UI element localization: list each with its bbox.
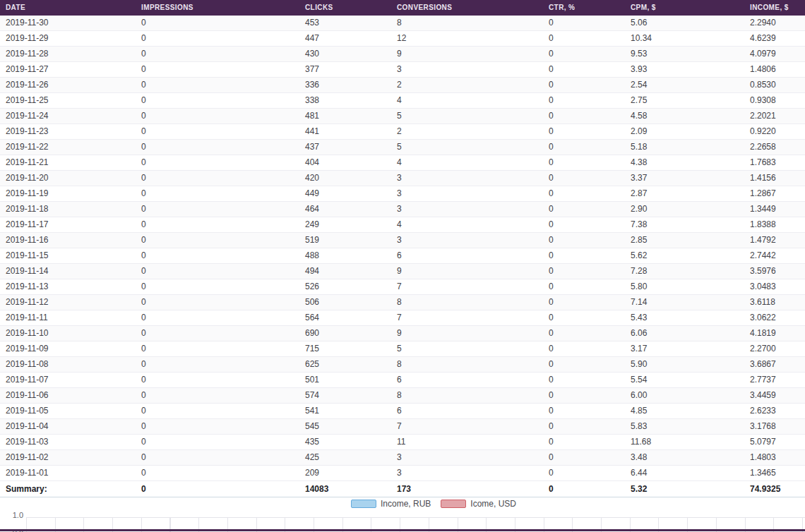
cell-clicks: 690 (299, 326, 391, 341)
cell-clicks: 435 (299, 435, 391, 449)
column-header-clicks[interactable]: CLICKS (299, 0, 391, 16)
cell-date: 2019-11-16 (0, 233, 136, 248)
cell-date: 2019-11-13 (0, 279, 136, 294)
summary-row: Summary:01408317305.3274.9325 (0, 481, 805, 497)
column-header-impressions[interactable]: IMPRESSIONS (136, 0, 299, 16)
cell-impressions: 0 (136, 78, 299, 92)
cell-date: 2019-11-27 (0, 62, 136, 77)
cell-ctr: 0 (543, 171, 625, 186)
cell-ctr: 0 (543, 78, 625, 92)
cell-income: 1.4792 (744, 233, 805, 248)
cell-ctr: 0 (543, 109, 625, 123)
cell-conversions: 8 (391, 388, 543, 403)
table-row: 2019-11-110564705.433.0622 (0, 310, 805, 326)
cell-date: 2019-11-03 (0, 435, 136, 449)
cell-conversions: 5 (391, 109, 543, 123)
cell-conversions: 3 (391, 186, 543, 201)
table-row: 2019-11-240481504.582.2021 (0, 109, 805, 124)
cell-date: 2019-11-26 (0, 78, 136, 92)
cell-cpm: 7.28 (625, 264, 744, 279)
cell-impressions: 0 (136, 31, 299, 46)
table-row: 2019-11-140494907.283.5976 (0, 264, 805, 279)
cell-clicks: 453 (299, 16, 391, 30)
cell-income: 2.7737 (744, 373, 805, 387)
cell-clicks: 425 (299, 450, 391, 465)
cell-income: 0.9220 (744, 124, 805, 139)
cell-date: 2019-11-23 (0, 124, 136, 139)
cell-date: 2019-11-20 (0, 171, 136, 186)
table-row: 2019-11-200420303.371.4156 (0, 171, 805, 186)
cell-date: 2019-11-05 (0, 404, 136, 418)
cell-conversions: 8 (391, 295, 543, 310)
cell-ctr: 0 (543, 47, 625, 61)
cell-income: 0.9308 (744, 93, 805, 108)
cell-income: 2.2021 (744, 109, 805, 123)
cell-date: 2019-11-02 (0, 450, 136, 465)
cell-conversions: 12 (391, 31, 543, 46)
cell-ctr: 0 (543, 140, 625, 155)
cell-clicks: 209 (299, 466, 391, 480)
cell-cpm: 3.17 (625, 341, 744, 356)
cell-impressions: 0 (136, 140, 299, 155)
cell-cpm: 4.85 (625, 404, 744, 418)
cell-income: 1.3465 (744, 466, 805, 480)
cell-date: 2019-11-28 (0, 47, 136, 61)
cell-income: 2.7442 (744, 248, 805, 263)
cell-clicks: 437 (299, 140, 391, 155)
cell-impressions: 0 (136, 435, 299, 449)
table-row: 2019-11-050541604.852.6233 (0, 404, 805, 419)
cell-cpm: 5.54 (625, 373, 744, 387)
cell-cpm: 9.53 (625, 47, 744, 61)
table-row: 2019-11-03043511011.685.0797 (0, 435, 805, 450)
cell-ctr: 0 (543, 155, 625, 170)
cell-conversions: 9 (391, 326, 543, 341)
column-header-ctr[interactable]: CTR, % (543, 0, 625, 16)
cell-ctr: 0 (543, 264, 625, 279)
table-row: 2019-11-260336202.540.8530 (0, 78, 805, 93)
cell-clicks: 447 (299, 31, 391, 46)
column-header-conversions[interactable]: CONVERSIONS (391, 0, 543, 16)
column-header-income[interactable]: INCOME, $ (744, 0, 805, 16)
cell-ctr: 0 (543, 450, 625, 465)
cell-ctr: 0 (543, 202, 625, 217)
cell-ctr: 0 (543, 373, 625, 387)
cell-impressions: 0 (136, 388, 299, 403)
table-row: 2019-11-180464302.901.3449 (0, 202, 805, 217)
cell-cpm: 2.85 (625, 233, 744, 248)
legend-item-icome-usd[interactable]: Icome, USD (441, 499, 516, 509)
cell-cpm: 3.48 (625, 450, 744, 465)
cell-conversions: 8 (391, 16, 543, 30)
cell-conversions: 11 (391, 435, 543, 449)
legend-label: Icome, USD (470, 499, 516, 509)
table-header-row: DATEIMPRESSIONSCLICKSCONVERSIONSCTR, %CP… (0, 0, 805, 16)
cell-conversions: 7 (391, 419, 543, 434)
stats-page: DATEIMPRESSIONSCLICKSCONVERSIONSCTR, %CP… (0, 0, 805, 532)
cell-cpm: 4.58 (625, 109, 744, 123)
legend-item-income-rub[interactable]: Income, RUB (351, 499, 431, 509)
cell-clicks: 336 (299, 78, 391, 92)
cell-impressions: 0 (136, 217, 299, 232)
cell-date: 2019-11-06 (0, 388, 136, 403)
cell-income: 3.5976 (744, 264, 805, 279)
cell-ctr: 0 (543, 31, 625, 46)
table-row: 2019-11-300453805.062.2940 (0, 16, 805, 31)
column-header-cpm[interactable]: CPM, $ (625, 0, 744, 16)
cell-date: 2019-11-21 (0, 155, 136, 170)
cell-clicks: 430 (299, 47, 391, 61)
cell-ctr: 0 (543, 341, 625, 356)
cell-ctr: 0 (543, 310, 625, 325)
cell-ctr: 0 (543, 435, 625, 449)
cell-impressions: 0 (136, 233, 299, 248)
column-header-date[interactable]: DATE (0, 0, 136, 16)
cell-clicks: 715 (299, 341, 391, 356)
cell-clicks: 338 (299, 93, 391, 108)
cell-impressions: 0 (136, 279, 299, 294)
summary-label: Summary: (0, 481, 136, 497)
table-row: 2019-11-230441202.090.9220 (0, 124, 805, 140)
table-row: 2019-11-170249407.381.8388 (0, 217, 805, 233)
chart-legend: Income, RUBIcome, USD (0, 497, 805, 509)
cell-clicks: 488 (299, 248, 391, 263)
cell-income: 1.2867 (744, 186, 805, 201)
cell-ctr: 0 (543, 466, 625, 480)
cell-date: 2019-11-17 (0, 217, 136, 232)
